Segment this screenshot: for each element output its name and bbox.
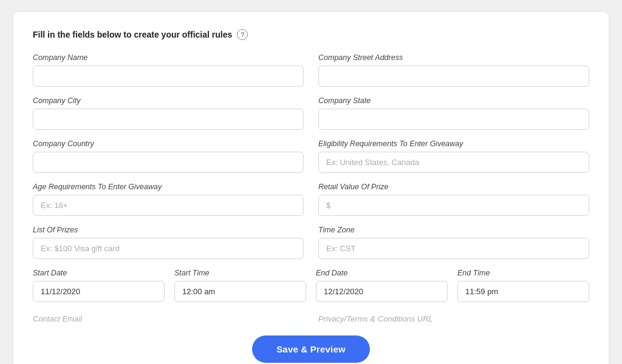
eligibility-requirements-group: Eligibility Requirements To Enter Giveaw…: [318, 140, 589, 173]
end-date-input[interactable]: [316, 281, 448, 302]
start-date-group: Start Date: [33, 269, 165, 302]
company-street-address-label: Company Street Address: [318, 53, 589, 62]
start-time-group: Start Time: [174, 269, 306, 302]
retail-value-label: Retail Value Of Prize: [318, 183, 589, 191]
form-title: Fill in the fields below to create your …: [33, 30, 232, 39]
end-date-label: End Date: [316, 269, 448, 277]
start-date-input[interactable]: [33, 281, 165, 302]
start-date-label: Start Date: [33, 269, 165, 277]
list-of-prizes-group: List Of Prizes: [33, 226, 304, 259]
eligibility-requirements-input[interactable]: [318, 152, 589, 173]
company-name-label: Company Name: [33, 53, 304, 62]
company-street-address-group: Company Street Address: [318, 53, 589, 87]
list-of-prizes-label: List Of Prizes: [33, 226, 304, 234]
form-grid: Company Name Company Street Address Comp…: [33, 53, 589, 323]
age-requirements-label: Age Requirements To Enter Giveaway: [33, 183, 304, 191]
eligibility-requirements-label: Eligibility Requirements To Enter Giveaw…: [318, 140, 589, 148]
company-state-input[interactable]: [318, 109, 589, 130]
end-time-group: End Time: [457, 269, 589, 302]
privacy-url-label: Privacy/Terms & Conditions URL: [318, 312, 589, 323]
company-name-group: Company Name: [33, 53, 304, 87]
end-time-input[interactable]: [457, 281, 589, 302]
company-city-group: Company City: [33, 96, 304, 130]
time-zone-label: Time Zone: [318, 226, 589, 234]
form-header: Fill in the fields below to create your …: [33, 29, 589, 40]
help-icon[interactable]: ?: [237, 29, 248, 40]
form-container: Fill in the fields below to create your …: [13, 12, 609, 364]
company-country-label: Company Country: [33, 140, 304, 148]
bottom-section: Contact Email Privacy/Terms & Conditions…: [33, 312, 589, 323]
start-time-input[interactable]: [174, 281, 306, 302]
company-city-input[interactable]: [33, 109, 304, 130]
retail-value-input[interactable]: [318, 195, 589, 216]
company-country-input[interactable]: [33, 152, 304, 173]
end-date-group: End Date: [316, 269, 448, 302]
save-preview-wrapper: Save & Preview: [33, 323, 589, 363]
retail-value-group: Retail Value Of Prize: [318, 183, 589, 216]
time-zone-input[interactable]: [318, 238, 589, 259]
company-state-group: Company State: [318, 96, 589, 130]
company-name-input[interactable]: [33, 66, 304, 87]
contact-email-label: Contact Email: [33, 312, 304, 323]
end-time-label: End Time: [457, 269, 589, 277]
age-requirements-group: Age Requirements To Enter Giveaway: [33, 183, 304, 216]
list-of-prizes-input[interactable]: [33, 238, 304, 259]
company-street-address-input[interactable]: [318, 66, 589, 87]
date-time-row: Start Date Start Time End Date End Time: [33, 269, 589, 302]
age-requirements-input[interactable]: [33, 195, 304, 216]
time-zone-group: Time Zone: [318, 226, 589, 259]
start-time-label: Start Time: [174, 269, 306, 277]
save-preview-button[interactable]: Save & Preview: [252, 335, 370, 363]
company-state-label: Company State: [318, 96, 589, 105]
company-city-label: Company City: [33, 96, 304, 105]
company-country-group: Company Country: [33, 140, 304, 173]
